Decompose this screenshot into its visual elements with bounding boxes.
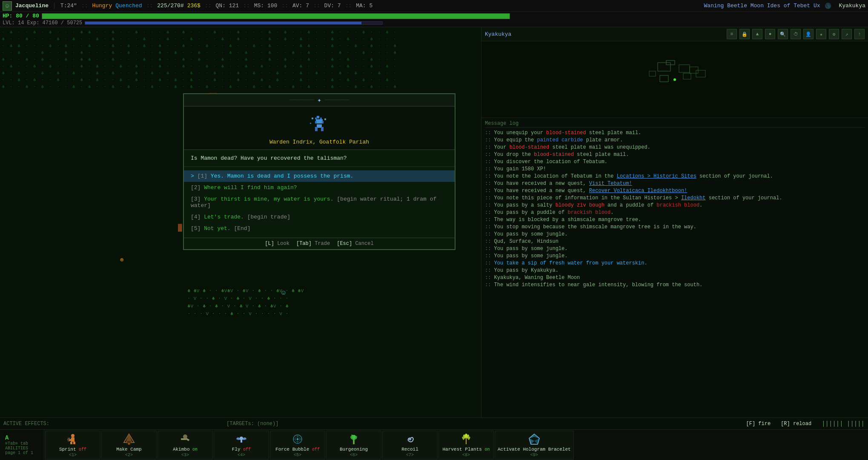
- svg-rect-26: [73, 442, 75, 444]
- right-panel-header: Kyakukya ≡ 🔒 ▲ ● 🔍 ⏱ 👤 ★ ⚙ ↗ ↑: [481, 27, 868, 41]
- active-effects-bar: ACTIVE EFFECTS: [TARGETs: (none)] [F] fi…: [0, 417, 868, 429]
- timer-icon[interactable]: ⏱: [791, 29, 801, 39]
- msg-12: :: You pass by a puddle of brackish bloo…: [485, 209, 865, 216]
- top-status-bar: ☺ Jacqueline │ T:24" :: Hungry Quenched …: [0, 0, 868, 12]
- dialog-option-1[interactable]: [1] Yes. Mamon is dead and I possess the…: [184, 170, 455, 182]
- lock-icon[interactable]: 🔒: [739, 29, 750, 39]
- thirst-status: Quenched: [115, 3, 142, 9]
- hp-text: HP: 80 / 80: [3, 13, 39, 19]
- dv-stat: DV: 7: [324, 3, 341, 9]
- burgeoning-icon: [347, 432, 361, 446]
- ability-akimbo[interactable]: Akimbo on <3>: [158, 431, 213, 460]
- mini-map-shapes: [624, 50, 726, 109]
- dialog-options: [1] Yes. Mamon is dead and I possess the…: [184, 167, 455, 238]
- ability-forcebubble[interactable]: Force Bubble off <5>: [270, 431, 325, 460]
- svg-rect-5: [322, 121, 324, 124]
- msg-4: :: You drop the blood-stained steel plat…: [485, 151, 865, 158]
- msg-5: :: You discover the location of Tebatum.: [485, 158, 865, 165]
- qn-stat: QN: 121: [216, 3, 239, 9]
- ma-stat: MA: 5: [356, 3, 372, 9]
- dialog-footer: [L] Look [Tab] Trade [Esc] Cancel: [184, 238, 455, 249]
- record-icon[interactable]: ●: [765, 29, 775, 39]
- time-display: T:24": [60, 3, 77, 9]
- game-map: · ♣ · · ♣ · ♣ · · · ♣ ♣ · · ♣ · · ♣ · · …: [0, 27, 481, 417]
- dialog-option-4[interactable]: [4] Let's trade. [begin trade]: [184, 211, 455, 223]
- char-name: Jacqueline: [15, 3, 49, 9]
- message-log: Message log :: You unequip your blood-st…: [481, 118, 868, 417]
- msg-17: :: You pass by some jungle.: [485, 245, 865, 252]
- reload-key[interactable]: [R] reload: [781, 421, 811, 427]
- option-4-text: Let's trade.: [204, 214, 247, 220]
- char-icon-right[interactable]: 👤: [803, 29, 814, 39]
- ability-hologram[interactable]: Activate Hologram Bracelet <9>: [495, 431, 574, 460]
- entity-3: ▓: [178, 224, 182, 232]
- option-5-text: Not yet.: [204, 225, 234, 232]
- recoil-label: Recoil: [401, 447, 418, 452]
- msg-11: :: You pass by a salty bloody ziv bough …: [485, 202, 865, 209]
- msg-3: :: Your blood-stained steel plate mail w…: [485, 144, 865, 151]
- stat-bars: HP: 80 / 80 LVL: 14 Exp: 47160 / 50725: [0, 12, 868, 27]
- trade-key[interactable]: [Tab] Trade: [296, 241, 330, 247]
- option-3-text: Your thirst is mine, my water is yours.: [204, 196, 337, 202]
- msg-15: :: You pass by some jungle.: [485, 231, 865, 238]
- forcebubble-icon: [291, 432, 304, 446]
- star-icon[interactable]: ★: [816, 29, 826, 39]
- option-1-text: Yes. Mamon is dead and I possess the pri…: [211, 173, 353, 179]
- targets-label: [TARGETs: (none)]: [226, 421, 278, 427]
- svg-rect-38: [184, 435, 186, 438]
- hp-display: 225/270#: [157, 3, 183, 9]
- dialog-option-3[interactable]: [3] Your thirst is mine, my water is you…: [184, 193, 455, 211]
- msg-6: :: You gain 1580 XP!: [485, 166, 865, 172]
- ability-recoil[interactable]: Recoil <7>: [382, 431, 438, 460]
- msg-1: :: You unequip your blood-stained steel …: [485, 129, 865, 136]
- xp-bar: [85, 21, 383, 25]
- active-effects-label: ACTIVE EFFECTS:: [3, 421, 49, 427]
- sprint-key: <1>: [69, 453, 77, 457]
- search-icon[interactable]: 🔍: [778, 29, 788, 39]
- hologram-label: Activate Hologram Bracelet: [498, 447, 571, 452]
- forcebubble-key: <5>: [294, 453, 301, 457]
- expand-icon[interactable]: ↗: [842, 29, 852, 39]
- ability-sprint[interactable]: Sprint off <1>: [45, 431, 100, 460]
- dialog-option-2[interactable]: [2] Where will I find him again?: [184, 182, 455, 193]
- ability-harvestplants[interactable]: Harvest Plants on <8>: [438, 431, 494, 460]
- right-icons: ≡ 🔒 ▲ ● 🔍 ⏱ 👤 ★ ⚙ ↗ ↑: [727, 29, 865, 39]
- dialog-title-bar: ──────── ✦ ────────: [184, 94, 455, 106]
- menu-icon[interactable]: ≡: [727, 29, 737, 39]
- svg-point-52: [465, 434, 467, 438]
- abilities-info: A ≡Tab≡ tab ABILITIES page 1 of 1: [2, 430, 44, 460]
- akimbo-icon: [178, 432, 192, 446]
- ability-fly[interactable]: Fly off <4>: [214, 431, 269, 460]
- msg-18: :: You pass by some jungle.: [485, 253, 865, 259]
- recoil-icon: [403, 432, 417, 446]
- ability-makecamp[interactable]: Make Camp <2>: [101, 431, 157, 460]
- hp-bar-fill: [42, 14, 510, 19]
- ability-burgeoning[interactable]: Burgeoning <6>: [326, 431, 381, 460]
- dialog-option-5[interactable]: [5] Not yet. [End]: [184, 223, 455, 234]
- fly-label: Fly off: [232, 447, 251, 452]
- look-key[interactable]: [L] Look: [265, 241, 289, 247]
- svg-point-45: [297, 438, 298, 440]
- hp-bar: [42, 13, 510, 19]
- fly-key: <4>: [238, 453, 245, 457]
- cancel-key[interactable]: [Esc] Cancel: [337, 241, 373, 247]
- sprint-icon: [66, 432, 80, 446]
- svg-rect-11: [310, 123, 311, 124]
- gear-icon[interactable]: ⚙: [829, 29, 839, 39]
- svg-point-22: [71, 434, 74, 437]
- sprint-label: Sprint off: [59, 447, 86, 452]
- fly-icon: [235, 432, 248, 446]
- option-2-text: Where will I find him again?: [204, 184, 297, 191]
- msg-10: :: You note this piece of information in…: [485, 195, 865, 201]
- makecamp-label: Make Camp: [116, 447, 141, 452]
- msg-16: :: Qud, Surface, Hindsun: [485, 238, 865, 245]
- msg-2: :: You equip the painted carbide plate a…: [485, 137, 865, 144]
- xp-bar-fill: [85, 22, 361, 24]
- up-icon[interactable]: ↑: [854, 29, 865, 39]
- message-log-header: Message log: [485, 121, 865, 128]
- msg-13: :: The way is blocked by a shimscale man…: [485, 216, 865, 223]
- av-stat: AV: 7: [292, 3, 309, 9]
- xp-text: LVL: 14 Exp: 47160 / 50725: [3, 20, 82, 26]
- alert-icon[interactable]: ▲: [752, 29, 762, 39]
- fire-key[interactable]: [F] fire: [746, 421, 771, 427]
